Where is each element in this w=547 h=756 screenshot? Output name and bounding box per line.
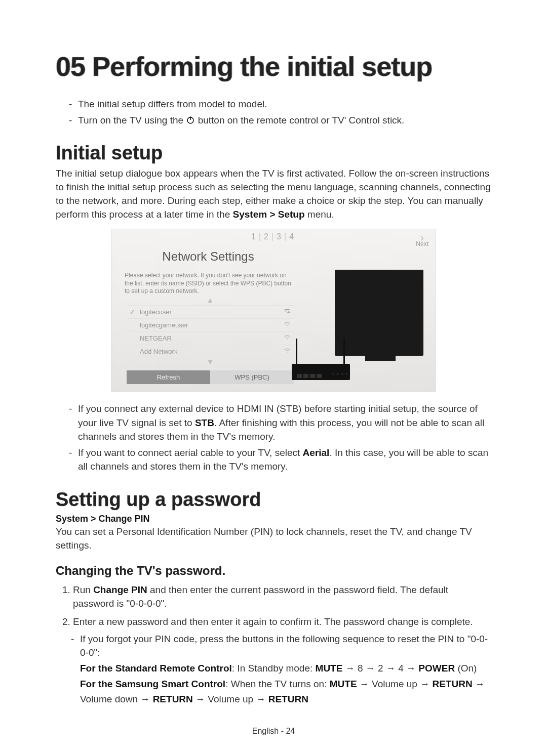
footer-page: 24 <box>286 727 295 735</box>
router-antenna-icon <box>343 339 345 364</box>
step-4: 4 <box>289 232 296 241</box>
subsection-change-title: Changing the TV's password. <box>56 564 491 578</box>
network-name: logitecgameuser <box>130 321 284 329</box>
network-name: NETGEAR <box>130 334 284 342</box>
router-ports-icon <box>297 374 322 378</box>
post-screenshot-notes: If you connect any external device to HD… <box>56 402 491 474</box>
panel-description: Please select your network. If you don't… <box>125 272 292 296</box>
network-list: ▲ logitecuser logitecgameuser NETGEAR Ad… <box>127 296 294 367</box>
panel-title: Network Settings <box>133 249 284 264</box>
step-1-pre: Run <box>73 584 93 595</box>
footer-lang: English <box>252 727 279 735</box>
smart-remote-sequence: For the Samsung Smart Control: When the … <box>56 677 491 692</box>
post-note-2: If you want to connect aerial cable to y… <box>71 446 491 474</box>
section-initial-body-bold: System > Setup <box>233 209 305 220</box>
network-settings-screenshot: 1|2|3|4 › Next Network Settings Please s… <box>111 229 436 392</box>
svg-point-5 <box>287 339 288 340</box>
refresh-button[interactable]: Refresh <box>127 370 210 384</box>
step-2: 2 <box>264 232 270 241</box>
step-1-bold: Change PIN <box>93 584 147 595</box>
network-name: Add Network <box>130 348 284 355</box>
smart-remote-label: For the Samsung Smart Control <box>80 679 225 689</box>
page-footer: English - 24 <box>0 727 547 736</box>
menu-path: System > Change PIN <box>56 514 491 524</box>
chevron-right-icon: › <box>416 234 428 240</box>
network-item-selected[interactable]: logitecuser <box>127 305 294 318</box>
wps-pbc-button[interactable]: WPS (PBC) <box>210 370 294 384</box>
chapter-number: 05 <box>56 51 85 81</box>
smart-remote-return-2: RETURN <box>153 694 193 704</box>
hardware-illustration: • • • • <box>302 255 423 386</box>
chapter-title-text: Performing the initial setup <box>92 51 432 81</box>
section-initial-body-post: menu. <box>305 209 334 220</box>
scroll-up-icon[interactable]: ▲ <box>127 296 294 305</box>
intro-notes-list: The initial setup differs from model to … <box>56 97 491 127</box>
network-item-add[interactable]: Add Network <box>127 345 294 358</box>
step-2: Enter a new password and then enter it a… <box>73 615 491 629</box>
smart-remote-sequence-cont: Volume down → RETURN → Volume up → RETUR… <box>56 692 491 707</box>
wifi-icon <box>284 347 291 356</box>
wizard-step-indicator: 1|2|3|4 <box>111 232 436 241</box>
power-icon <box>186 115 195 125</box>
scroll-down-icon[interactable]: ▼ <box>127 358 294 367</box>
step-1: 1 <box>251 232 258 241</box>
section-initial-body: The initial setup dialogue box appears w… <box>56 167 491 222</box>
section-password-title: Setting up a password <box>56 489 491 511</box>
standard-remote-pre: : In Standby mode: <box>232 663 316 674</box>
section-initial-title: Initial setup <box>56 142 491 164</box>
section-password-body: You can set a Personal Identification Nu… <box>56 525 491 553</box>
svg-point-6 <box>287 352 288 353</box>
manual-page: 05 Performing the initial setup The init… <box>0 0 547 756</box>
smart-remote-mute: MUTE <box>330 679 357 689</box>
svg-point-4 <box>287 325 288 326</box>
intro-note-2-post: button on the remote control or TV' Cont… <box>195 115 404 125</box>
post-note-2-pre: If you want to connect aerial cable to y… <box>78 447 303 458</box>
smart-remote-return-1: RETURN <box>432 679 472 689</box>
panel-buttons: Refresh WPS (PBC) <box>127 370 294 384</box>
router-antenna-icon <box>296 339 297 364</box>
post-note-1: If you connect any external device to HD… <box>71 402 491 444</box>
tv-stand-icon <box>365 356 396 361</box>
wifi-icon <box>284 334 291 343</box>
next-button[interactable]: › Next <box>416 234 428 247</box>
standard-remote-label: For the Standard Remote Control <box>80 663 232 674</box>
network-item[interactable]: logitecgameuser <box>127 318 294 331</box>
wifi-icon <box>284 321 291 329</box>
smart-remote-pre: : When the TV turns on: <box>225 679 330 689</box>
standard-remote-power: POWER <box>418 663 455 674</box>
tv-icon <box>335 270 423 356</box>
standard-remote-sequence: For the Standard Remote Control: In Stan… <box>56 661 491 676</box>
smart-remote-return-3: RETURN <box>268 694 308 704</box>
intro-note-1: The initial setup differs from model to … <box>71 97 491 111</box>
footer-sep: - <box>279 727 286 735</box>
svg-point-2 <box>287 312 288 313</box>
chapter-title: 05 Performing the initial setup <box>56 51 491 82</box>
step-3: 3 <box>277 232 283 241</box>
intro-note-2-pre: Turn on the TV using the <box>78 115 186 125</box>
network-name: logitecuser <box>130 308 284 316</box>
forgot-pin-text: If you forgot your PIN code, press the b… <box>73 633 491 659</box>
forgot-pin-note: If you forgot your PIN code, press the b… <box>56 633 491 659</box>
wifi-locked-icon <box>284 308 291 316</box>
next-label: Next <box>416 240 428 247</box>
network-item[interactable]: NETGEAR <box>127 331 294 345</box>
post-note-1-bold: STB <box>195 417 214 428</box>
standard-remote-keys: MUTE <box>316 663 343 674</box>
change-pin-steps: Run Change PIN and then enter the curren… <box>56 583 491 629</box>
svg-rect-3 <box>288 312 290 313</box>
router-leds-icon: • • • • <box>332 371 348 376</box>
step-1: Run Change PIN and then enter the curren… <box>73 583 491 611</box>
intro-note-2: Turn on the TV using the button on the r… <box>71 113 491 128</box>
post-note-2-bold: Aerial <box>303 447 330 458</box>
